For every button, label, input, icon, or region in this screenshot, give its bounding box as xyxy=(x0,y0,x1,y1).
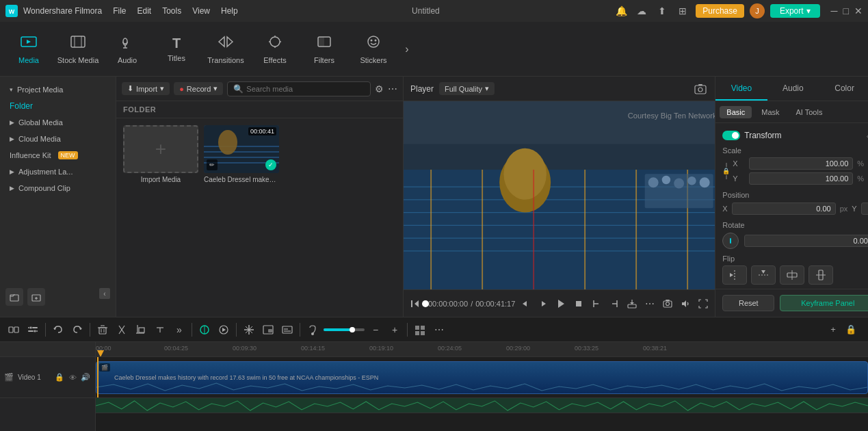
audio-track-content[interactable] xyxy=(96,398,868,413)
screenshot-button[interactable] xyxy=(660,296,675,311)
video-track-content[interactable]: 🎬 Caeleb Dressel makes history with reco… xyxy=(96,357,868,398)
menu-help[interactable]: Help xyxy=(221,6,238,16)
sidebar-item-global-media[interactable]: ▶ Global Media xyxy=(3,115,113,130)
timeline-ruler-bar[interactable]: 00:00 00:04:25 00:09:30 00:14:15 00:19:1… xyxy=(96,342,868,357)
lock-track-button[interactable]: 🔒 xyxy=(843,322,858,337)
subtitle-button[interactable] xyxy=(279,322,295,338)
scale-y-input[interactable] xyxy=(749,172,853,185)
stop-button[interactable] xyxy=(571,296,586,311)
tab-audio[interactable]: Audio xyxy=(767,77,819,101)
track-lock-button[interactable]: 🔒 xyxy=(54,372,65,383)
pip-button[interactable] xyxy=(260,322,276,338)
step-forward-button[interactable] xyxy=(536,296,551,311)
transform-reset[interactable]: ◇ xyxy=(865,130,868,141)
toolbar-stock-media[interactable]: Stock Media xyxy=(55,26,101,73)
crop-button[interactable] xyxy=(133,322,149,338)
undo-button[interactable] xyxy=(50,322,66,338)
snapshot-icon[interactable] xyxy=(693,81,708,96)
delete-button[interactable] xyxy=(94,322,111,338)
sub-tab-mask[interactable]: Mask xyxy=(754,106,786,118)
video-media-item[interactable]: 00:00:41 ✓ ✏ Caeleb Dressel makes ... xyxy=(204,125,279,183)
upgrade-icon[interactable]: ⬆ xyxy=(655,3,670,18)
transform-toggle[interactable] xyxy=(722,131,740,140)
maximize-button[interactable]: □ xyxy=(843,5,849,16)
toolbar-titles[interactable]: T Titles xyxy=(153,26,200,73)
volume-slider[interactable] xyxy=(324,328,365,331)
toolbar-media[interactable]: Media xyxy=(5,26,52,73)
menu-tools[interactable]: Tools xyxy=(162,6,181,16)
sidebar-item-adjustment[interactable]: ▶ Adjustment La... xyxy=(3,164,113,179)
mark-out-button[interactable] xyxy=(607,296,622,311)
volume-button[interactable] xyxy=(678,296,693,311)
text-button[interactable] xyxy=(152,322,168,338)
more-effects-button[interactable]: » xyxy=(171,322,187,338)
import-media-item[interactable]: + Import Media xyxy=(123,125,198,183)
rotate-dial[interactable] xyxy=(722,233,739,249)
export-button[interactable]: Export ▾ xyxy=(770,4,820,18)
toolbar-effects[interactable]: Effects xyxy=(252,26,298,73)
filter-icon[interactable]: ⚙ xyxy=(375,83,384,94)
position-y-input[interactable] xyxy=(861,203,868,215)
skip-to-start-button[interactable] xyxy=(408,296,423,311)
track-visibility-button[interactable]: 👁 xyxy=(67,372,78,383)
more-options-icon[interactable]: ⋯ xyxy=(388,83,397,94)
cloud-backup-icon[interactable]: ☁ xyxy=(634,3,649,18)
toolbar-audio[interactable]: Audio xyxy=(104,26,150,73)
sidebar-add-button[interactable] xyxy=(27,288,45,306)
color-correction-button[interactable] xyxy=(196,322,213,338)
sidebar-item-project-media[interactable]: ▾ Project Media xyxy=(3,82,113,97)
sidebar-folder[interactable]: Folder xyxy=(3,99,113,114)
player-quality-selector[interactable]: Full Quality ▾ xyxy=(439,82,495,95)
rotate-input[interactable] xyxy=(744,235,868,247)
search-input[interactable] xyxy=(246,85,365,93)
layout-options-button[interactable] xyxy=(412,322,428,338)
sidebar-new-folder-button[interactable] xyxy=(5,288,23,306)
redo-button[interactable] xyxy=(69,322,86,338)
fullscreen-button[interactable] xyxy=(696,296,711,311)
sidebar-item-compound-clip[interactable]: ▶ Compound Clip xyxy=(3,181,113,196)
sub-tab-basic[interactable]: Basic xyxy=(720,106,752,118)
sidebar-item-cloud-media[interactable]: ▶ Cloud Media xyxy=(3,131,113,146)
player-more-button[interactable]: ⋯ xyxy=(642,296,657,311)
mark-in-button[interactable] xyxy=(589,296,604,311)
add-track-button[interactable]: + xyxy=(826,322,841,337)
track-settings-button[interactable] xyxy=(25,322,41,338)
menu-view[interactable]: View xyxy=(192,6,210,16)
sidebar-collapse-button[interactable]: ‹ xyxy=(99,288,110,299)
reset-button[interactable]: Reset xyxy=(722,295,774,311)
scene-split-button[interactable] xyxy=(5,322,22,338)
notifications-icon[interactable]: 🔔 xyxy=(614,3,629,18)
toolbar-stickers[interactable]: Stickers xyxy=(350,26,397,73)
step-back-button[interactable] xyxy=(518,296,533,311)
toolbar-more-button[interactable]: › xyxy=(399,42,415,57)
flip-both-vertical-button[interactable] xyxy=(808,265,833,285)
grid-icon[interactable]: ⊞ xyxy=(675,3,690,18)
flip-vertical-button[interactable] xyxy=(751,265,776,285)
track-volume-button[interactable]: 🔊 xyxy=(80,372,91,383)
scale-x-input[interactable] xyxy=(749,157,853,170)
import-button[interactable]: ⬇ Import ▾ xyxy=(122,82,170,95)
sub-tab-ai-tools[interactable]: AI Tools xyxy=(789,106,830,118)
cut-button[interactable] xyxy=(114,322,130,338)
toolbar-filters[interactable]: Filters xyxy=(301,26,347,73)
video-clip[interactable]: 🎬 Caeleb Dressel makes history with reco… xyxy=(96,361,868,394)
timeline-more-button[interactable]: ⋯ xyxy=(431,322,447,338)
sidebar-item-influence-kit[interactable]: Influence Kit NEW xyxy=(3,148,113,163)
close-button[interactable]: ✕ xyxy=(854,5,863,16)
menu-edit[interactable]: Edit xyxy=(137,6,152,16)
flip-both-horizontal-button[interactable] xyxy=(780,265,804,285)
menu-file[interactable]: File xyxy=(113,6,126,16)
toolbar-transitions[interactable]: Transitions xyxy=(202,26,249,73)
zoom-in-button[interactable]: + xyxy=(386,322,403,338)
record-button[interactable]: ● Record ▾ xyxy=(174,82,223,95)
user-avatar[interactable]: J xyxy=(750,3,765,18)
play-button[interactable] xyxy=(553,296,568,311)
flip-horizontal-button[interactable] xyxy=(722,265,747,285)
tab-color[interactable]: Color xyxy=(819,77,868,101)
minimize-button[interactable]: ─ xyxy=(831,5,838,16)
audio-sync-button[interactable] xyxy=(304,322,321,338)
zoom-out-button[interactable]: − xyxy=(367,322,384,338)
tab-video[interactable]: Video xyxy=(715,77,767,101)
add-to-timeline-button[interactable] xyxy=(624,296,640,311)
keyframe-panel-button[interactable]: Keyframe Panel xyxy=(780,295,868,311)
